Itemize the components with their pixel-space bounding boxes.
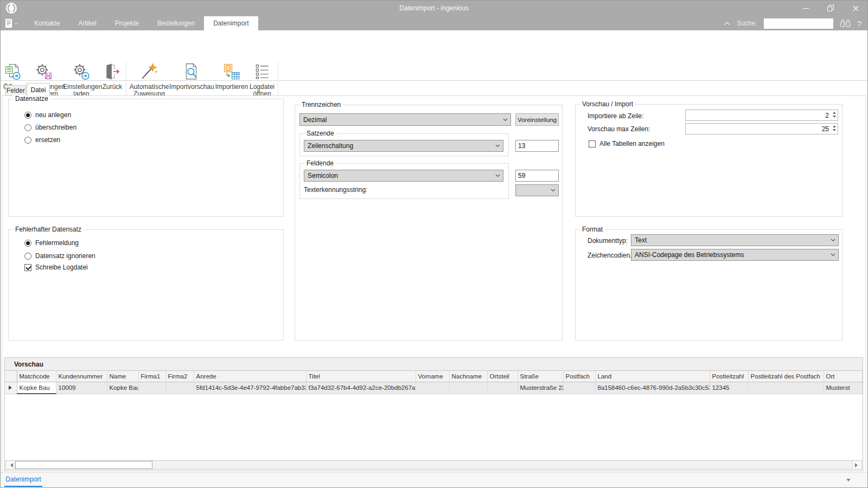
preview-max-rows-input[interactable] (686, 124, 831, 134)
ribbon-tab-artikel[interactable]: Artikel (69, 16, 105, 30)
preview-panel: Vorschau Matchcode Kundennummer Name Fir… (4, 357, 863, 471)
ribbon-tab-datenimport[interactable]: Datenimport (204, 16, 258, 30)
scroll-right-button[interactable] (852, 461, 861, 469)
field-end-combo[interactable]: Semicolon (304, 170, 503, 182)
document-type-combo[interactable]: Text (631, 234, 839, 246)
grid-cell-anrede[interactable]: 5fd1414c-5d3e-4e47-9792-4fabbe7ab33f (194, 382, 306, 394)
restore-button[interactable] (818, 0, 843, 16)
horizontal-scrollbar[interactable] (5, 460, 862, 470)
grid-cell-ort[interactable]: Musterst (824, 382, 863, 394)
grid-corner-cell[interactable] (5, 371, 17, 382)
radio-ersetzen[interactable] (24, 137, 31, 144)
column-header-nachname[interactable]: Nachname (449, 371, 487, 382)
ribbon-tab-kontakte[interactable]: Kontakte (25, 16, 69, 30)
radio-fehlermeldung[interactable] (24, 240, 31, 247)
document-tab-datenimport[interactable]: Datenimport (4, 473, 42, 486)
scrollbar-thumb[interactable] (15, 461, 152, 469)
tab-felder[interactable]: Felder (5, 85, 26, 96)
column-header-ortsteil[interactable]: Ortsteil (487, 371, 518, 382)
grid-cell-strasse[interactable]: Musterstraße 22 (518, 382, 563, 394)
minimize-button[interactable] (793, 0, 818, 16)
spinner-arrows[interactable] (831, 124, 838, 134)
import-button[interactable]: Importieren (215, 63, 248, 91)
import-from-row-input[interactable] (686, 110, 831, 120)
chevron-down-icon (495, 174, 500, 177)
column-header-postleitzahl[interactable]: Postleitzahl (710, 371, 748, 382)
import-preview-button[interactable]: Importvorschau (169, 63, 214, 91)
ribbon-tab-bestellungen[interactable]: Bestellungen (148, 16, 204, 30)
grid-cell-name[interactable]: Kopke Bau (107, 382, 138, 394)
back-button[interactable]: Zurück (101, 63, 124, 91)
table-row[interactable]: Kopke Bau 10009 Kopke Bau 5fd1414c-5d3e-… (5, 382, 863, 394)
grid-cell-kundennummer[interactable]: 10009 (56, 382, 107, 394)
preview-max-rows-label: Vorschau max Zeilen: (588, 125, 650, 133)
grid-cell-titel[interactable]: f3a74d32-67b4-4d92-a2ce-20bdb267a6ef (306, 382, 416, 394)
load-settings-button[interactable]: Einstellungenladen (63, 63, 100, 98)
radio-label: neu anlegen (35, 111, 71, 119)
ribbon-tab-projekte[interactable]: Projekte (106, 16, 148, 30)
preset-button[interactable]: Voreinstellung (515, 113, 559, 126)
chevron-down-icon (831, 239, 835, 242)
radio-datensatz-ignorieren[interactable] (24, 253, 31, 260)
search-input[interactable] (764, 18, 833, 29)
grid-cell-matchcode[interactable]: Kopke Bau (17, 382, 56, 394)
spin-up-icon (833, 110, 836, 114)
titlebar: Datenimport - ingenious (0, 0, 868, 16)
grid-cell-postleitzahl-postfach[interactable] (748, 382, 824, 394)
groupbox-title: Format (580, 226, 605, 233)
collapse-ribbon-icon[interactable] (724, 22, 730, 25)
help-icon[interactable]: ? (857, 19, 861, 28)
decimal-separator-combo[interactable]: Dezimal (299, 113, 511, 126)
encoding-combo[interactable]: ANSI-Codepage des Betriebssystems (631, 249, 839, 261)
column-header-postleitzahl-postfach[interactable]: Postleitzahl des Postfach (748, 371, 824, 382)
button-label: Importieren (215, 84, 248, 91)
field-end-code-input[interactable] (515, 170, 559, 182)
tab-datei[interactable]: Datei (27, 83, 50, 97)
groupbox-title: Feldende (304, 159, 336, 167)
column-header-strasse[interactable]: Straße (518, 371, 563, 382)
scroll-right-icon (855, 463, 860, 467)
grid-cell-ortsteil[interactable] (487, 382, 518, 394)
preview-max-rows-spinner[interactable] (685, 123, 838, 134)
auto-assign-button[interactable]: AutomatischeZuweisung (129, 63, 169, 98)
grid-cell-vorname[interactable] (416, 382, 449, 394)
grid-cell-firma1[interactable] (138, 382, 165, 394)
checkbox-schreibe-logdatei[interactable] (24, 264, 31, 271)
record-end-combo[interactable]: Zeilenschaltung (304, 140, 503, 152)
document-type-label: Dokumenttyp: (588, 237, 628, 245)
column-header-firma2[interactable]: Firma2 (165, 371, 194, 382)
grid-cell-land[interactable]: 8a158460-c6ec-4876-990d-2a5b3c30c530 (595, 382, 710, 394)
radio-neu-anlegen[interactable] (24, 112, 31, 119)
import-from-row-spinner[interactable] (685, 110, 838, 121)
column-header-name[interactable]: Name (107, 371, 138, 382)
row-indicator-cell[interactable] (5, 382, 17, 394)
column-header-matchcode[interactable]: Matchcode (17, 371, 56, 382)
scroll-left-button[interactable] (6, 461, 15, 469)
grid-cell-nachname[interactable] (449, 382, 487, 394)
text-qualifier-combo[interactable] (515, 184, 559, 196)
gear-load-icon (73, 63, 90, 80)
spinner-arrows[interactable] (831, 110, 838, 120)
binoculars-icon[interactable] (840, 19, 851, 28)
record-end-code-input[interactable] (515, 140, 559, 152)
column-header-firma1[interactable]: Firma1 (138, 371, 165, 382)
grid-cell-postfach[interactable] (563, 382, 595, 394)
column-header-postfach[interactable]: Postfach (563, 371, 595, 382)
column-header-anrede[interactable]: Anrede (194, 371, 306, 382)
groupbox-title: Trennzeichen (299, 101, 343, 108)
column-header-vorname[interactable]: Vorname (416, 371, 449, 382)
open-logfile-button[interactable]: Logdateiöffnen (248, 63, 276, 98)
document-tab-bar: Datenimport (0, 472, 868, 488)
checkbox-alle-tabellen[interactable] (589, 140, 596, 147)
close-button[interactable] (843, 0, 868, 16)
app-menu-button[interactable] (4, 17, 22, 29)
radio-ueberschreiben[interactable] (24, 124, 31, 131)
grid-cell-postleitzahl[interactable]: 12345 (710, 382, 748, 394)
grid-cell-firma2[interactable] (165, 382, 194, 394)
tab-list-dropdown-icon[interactable] (846, 479, 851, 484)
column-header-kundennummer[interactable]: Kundennummer (56, 371, 107, 382)
column-header-titel[interactable]: Titel (306, 371, 416, 382)
groupbox-title: Vorschau / Import (580, 100, 635, 108)
column-header-ort[interactable]: Ort (824, 371, 863, 382)
column-header-land[interactable]: Land (595, 371, 710, 382)
